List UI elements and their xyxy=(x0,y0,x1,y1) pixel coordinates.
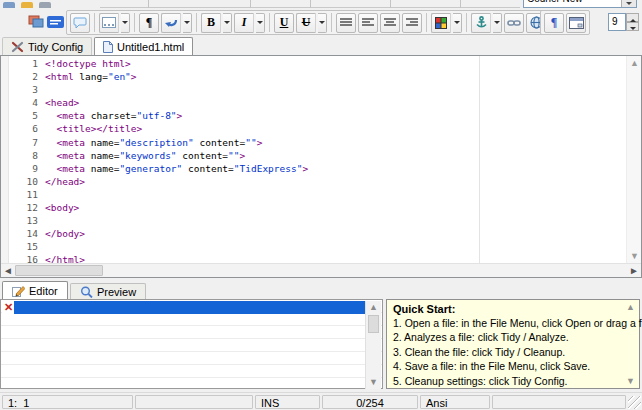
code-line: 7 <meta name="description" content=""> xyxy=(1,136,621,149)
scrollbar-thumb[interactable] xyxy=(368,315,379,333)
line-number: 14 xyxy=(1,227,38,240)
bold-button[interactable]: B xyxy=(201,13,221,33)
align-left-button[interactable] xyxy=(358,13,378,33)
toolbar-button-group: ¶ xyxy=(540,10,590,35)
scrollbar-thumb[interactable] xyxy=(15,265,103,276)
tab-label: Untitled1.html xyxy=(117,41,184,53)
encoding-indicator: Ansi xyxy=(420,395,490,409)
editor-horizontal-scrollbar[interactable]: ◄ ► xyxy=(1,263,641,277)
magnifier-icon xyxy=(80,286,93,298)
code-editor[interactable]: 1<!doctype html>2<html lang="en">34<head… xyxy=(0,55,642,278)
code-line: 1<!doctype html> xyxy=(1,57,621,70)
dialog-window-button[interactable] xyxy=(566,13,586,33)
toolbar-button-group: ¶ B I U U xyxy=(66,10,572,35)
quick-start-panel: Quick Start: 1. Open a file: in the File… xyxy=(386,299,640,389)
chevron-down-icon[interactable] xyxy=(453,13,462,33)
font-name-combobox[interactable]: Courier New xyxy=(523,0,637,8)
align-right-icon xyxy=(406,18,418,28)
strikethrough-button[interactable]: U xyxy=(296,13,316,33)
code-line: 6 <title></title> xyxy=(1,122,621,135)
message-list[interactable]: ✕ ▲ ▼ xyxy=(0,299,383,389)
scroll-left-icon[interactable]: ◄ xyxy=(1,264,15,277)
tab-editor[interactable]: Editor xyxy=(2,281,68,299)
align-right-button[interactable] xyxy=(402,13,422,33)
chevron-down-icon[interactable] xyxy=(318,13,327,33)
hyperlink-button[interactable] xyxy=(504,13,524,33)
show-paragraph-button[interactable]: ¶ xyxy=(544,13,564,33)
code-line: 14</body> xyxy=(1,227,621,240)
align-center-button[interactable] xyxy=(380,13,400,33)
scroll-up-icon[interactable]: ▲ xyxy=(627,56,642,70)
tidexpress-window: Courier New ¶ B xyxy=(0,0,642,410)
message-list-scrollbar[interactable]: ▲ ▼ xyxy=(365,301,381,389)
redo-button[interactable] xyxy=(161,13,181,33)
chevron-down-icon[interactable] xyxy=(223,13,232,33)
quick-start-step: 1. Open a file: in the File Menu, click … xyxy=(393,316,633,330)
line-number: 11 xyxy=(1,188,38,201)
scroll-up-icon[interactable]: ▲ xyxy=(366,301,381,314)
line-number: 7 xyxy=(1,136,38,149)
code-line: 2<html lang="en"> xyxy=(1,70,621,83)
chevron-down-icon[interactable] xyxy=(121,13,130,33)
progress-indicator: 0/254 xyxy=(322,395,418,409)
document-icon xyxy=(103,41,113,53)
align-left-icon xyxy=(362,18,374,28)
cropped-ribbon-tabs[interactable] xyxy=(100,0,520,8)
scroll-right-icon[interactable]: ► xyxy=(627,264,641,277)
comment-button[interactable] xyxy=(70,13,90,33)
quick-start-step: 5. Cleanup settings: click Tidy Config. xyxy=(393,374,633,388)
anchor-button[interactable] xyxy=(471,13,491,33)
line-number: 10 xyxy=(1,175,38,188)
color-palette-icon xyxy=(435,17,447,29)
code-line: 4<head> xyxy=(1,96,621,109)
tab-untitled1-html[interactable]: Untitled1.html xyxy=(94,37,193,55)
cropped-menu-toolbar: Courier New xyxy=(0,0,642,8)
editor-vertical-scrollbar[interactable]: ▲ ▼ xyxy=(626,56,641,263)
line-number: 12 xyxy=(1,201,38,214)
tab-label: Editor xyxy=(29,285,58,297)
code-line: 15 xyxy=(1,240,621,253)
cascade-windows-icon[interactable] xyxy=(28,15,44,29)
chevron-down-icon[interactable] xyxy=(256,13,265,33)
line-number: 1 xyxy=(1,57,38,70)
resize-grip[interactable] xyxy=(628,396,641,409)
scroll-up-icon[interactable]: ▲ xyxy=(626,302,635,312)
scroll-down-icon[interactable]: ▼ xyxy=(627,249,642,263)
align-justify-button[interactable] xyxy=(336,13,356,33)
code-line: 9 <meta name="generator" content="TidExp… xyxy=(1,162,621,175)
form-field-icon xyxy=(102,17,116,28)
font-size-value[interactable]: 9 xyxy=(608,13,626,31)
code-line: 12<body> xyxy=(1,201,621,214)
spin-up-button[interactable] xyxy=(626,13,639,22)
color-palette-button[interactable] xyxy=(431,13,451,33)
align-justify-icon xyxy=(340,18,352,28)
error-icon: ✕ xyxy=(4,301,13,314)
scroll-down-icon[interactable]: ▼ xyxy=(366,376,381,389)
insert-mode-indicator: INS xyxy=(255,395,320,409)
spin-down-button[interactable] xyxy=(626,22,639,31)
line-number: 8 xyxy=(1,149,38,162)
chevron-down-icon[interactable] xyxy=(621,0,636,7)
form-field-button[interactable] xyxy=(99,13,119,33)
selected-message-row[interactable] xyxy=(14,301,366,314)
code-line: 10</head> xyxy=(1,175,621,188)
chevron-down-icon[interactable] xyxy=(493,13,502,33)
line-number: 3 xyxy=(1,83,38,96)
pilcrow-icon: ¶ xyxy=(551,15,557,30)
tab-preview[interactable]: Preview xyxy=(70,283,146,299)
code-line: 11 xyxy=(1,188,621,201)
chevron-down-icon[interactable] xyxy=(183,13,192,33)
italic-button[interactable]: I xyxy=(234,13,254,33)
status-empty-section xyxy=(492,395,626,409)
document-tab-bar: Tidy Config Untitled1.html xyxy=(0,37,642,55)
tab-label: Preview xyxy=(97,286,136,298)
underline-button[interactable]: U xyxy=(274,13,294,33)
scroll-down-icon[interactable]: ▼ xyxy=(626,376,635,386)
quick-start-step: 4. Save a file: in the File Menu, click … xyxy=(393,359,633,373)
tab-tidy-config[interactable]: Tidy Config xyxy=(2,37,92,55)
tab-label: Tidy Config xyxy=(28,41,83,53)
paragraph-marks-button[interactable]: ¶ xyxy=(139,13,159,33)
pencil-edit-icon xyxy=(12,285,25,297)
bottom-panel: ✕ ▲ ▼ Quick Start: 1. Open a file: in th… xyxy=(0,299,642,390)
html-source-icon[interactable] xyxy=(47,15,63,29)
